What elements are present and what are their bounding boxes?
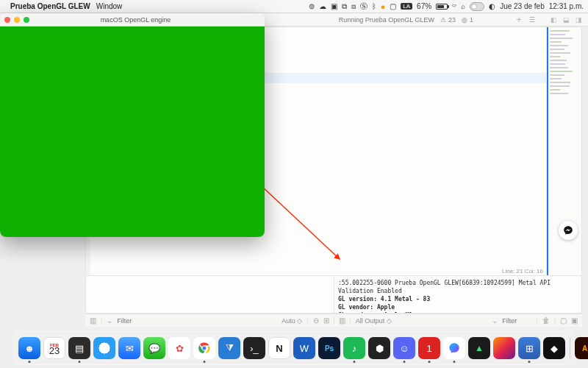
cloud-icon[interactable]: ☁︎: [319, 2, 326, 10]
filter-input-left[interactable]: [117, 317, 146, 325]
console-line: GL version: 4.1 Metal - 83: [338, 295, 577, 303]
dock-app-badge[interactable]: 1: [418, 337, 440, 359]
app-menu[interactable]: Prueba OpenGL GLEW: [10, 2, 90, 10]
battery-percent: 67%: [417, 2, 431, 10]
macos-menubar: Prueba OpenGL GLEW Window ⊚ ☁︎ ▣ ⧉ ⧈ Ⓢ ᛒ…: [0, 0, 588, 13]
screen-record-icon[interactable]: ⧉: [342, 2, 347, 11]
toggle-right-panel-icon[interactable]: ◨: [576, 16, 582, 24]
filter-icon[interactable]: ⌄: [107, 316, 112, 325]
dock-safari[interactable]: [93, 337, 115, 359]
input-source[interactable]: LA: [401, 3, 412, 10]
display-icon[interactable]: ▢: [390, 2, 396, 10]
dock-chrome[interactable]: [193, 337, 215, 359]
dock-discord[interactable]: ☺: [393, 337, 415, 359]
hide-debugger-icon[interactable]: ▢: [560, 316, 567, 325]
dock-word[interactable]: W: [293, 337, 315, 359]
dock-firefox[interactable]: [493, 337, 515, 359]
bluetooth-icon[interactable]: ᛒ: [372, 2, 376, 10]
window-menu[interactable]: Window: [96, 2, 123, 10]
warnings-count[interactable]: ⚠︎ 23: [440, 16, 456, 24]
output-mode-select[interactable]: All Output ◇: [356, 317, 392, 325]
dock-app-stats[interactable]: ▤: [68, 337, 90, 359]
opengl-canvas[interactable]: [0, 26, 265, 237]
control-center-icon[interactable]: [470, 2, 484, 11]
dock-terminal[interactable]: ›_: [243, 337, 265, 359]
expand-icon[interactable]: ⊞: [323, 316, 329, 325]
search-icon[interactable]: ⌕: [461, 2, 465, 10]
hide-console-icon[interactable]: ▣: [571, 316, 578, 325]
auto-mode-select[interactable]: Auto ◇: [282, 317, 302, 325]
dropbox-icon[interactable]: ⧈: [351, 2, 356, 11]
opengl-window[interactable]: macOS OpenGL engine: [0, 13, 265, 237]
dock-divider: [570, 338, 570, 358]
dock-android-studio[interactable]: ▲: [468, 337, 490, 359]
siri-icon[interactable]: ◐: [489, 2, 495, 10]
dock-photoshop[interactable]: Ps: [318, 337, 340, 359]
toggle-left-panel-icon[interactable]: ◧: [551, 16, 557, 24]
console-line: :55.002255-0600 Prueba OpenGL GLEW[66839…: [338, 279, 577, 295]
close-traffic-light[interactable]: [4, 17, 10, 23]
dock-calendar[interactable]: FEB23: [43, 337, 65, 359]
tray-icon[interactable]: ⊚: [309, 2, 315, 10]
messenger-icon: [563, 225, 573, 236]
add-tab-button[interactable]: ＋: [514, 13, 523, 26]
macos-dock: ☻ FEB23 ▤ ✉︎ 💬 ✿ ⧩ ›_ N W Ps ♪ ⬢ ☺ 1 ▲ ⊞…: [13, 331, 575, 365]
dock-photos[interactable]: ✿: [168, 337, 190, 359]
toggle-output-icon[interactable]: ▥: [339, 316, 345, 325]
skype-icon[interactable]: Ⓢ: [360, 1, 368, 12]
menubar-tray: ⊚ ☁︎ ▣ ⧉ ⧈ Ⓢ ᛒ ● ▢ LA 67% ⌔ ⌕ ◐ Jue 23 d…: [309, 1, 584, 12]
dock-xcode[interactable]: ⊞: [518, 337, 540, 359]
docker-icon[interactable]: ▣: [331, 2, 337, 10]
window-titlebar[interactable]: macOS OpenGL engine: [0, 13, 265, 26]
dock-notion[interactable]: N: [268, 337, 290, 359]
dock-vscode[interactable]: ⧩: [218, 337, 240, 359]
window-title: macOS OpenGL engine: [11, 16, 260, 24]
notes-count[interactable]: ◎ 1: [462, 16, 473, 24]
console-toolbar: ▥ | ⌄ Auto ◇ | ⊖ ⊞ ▥ | All Output ◇ ⌄ | …: [85, 314, 582, 327]
battery-icon[interactable]: [436, 4, 448, 10]
dock-finder[interactable]: ☻: [18, 337, 40, 359]
console-line: GL vendor: Apple: [338, 303, 577, 311]
dock-app-generic[interactable]: ◆: [543, 337, 565, 359]
filter-icon[interactable]: ⌄: [492, 316, 498, 325]
date-label[interactable]: Jue 23 de feb: [500, 2, 545, 10]
wifi-icon[interactable]: ⌔: [452, 2, 456, 10]
toggle-variables-icon[interactable]: ▥: [90, 316, 96, 325]
collapse-icon[interactable]: ⊖: [313, 316, 319, 325]
toggle-bottom-panel-icon[interactable]: ⬓: [563, 16, 570, 24]
output-console[interactable]: :55.002255-0600 Prueba OpenGL GLEW[66839…: [85, 275, 582, 314]
dock-messenger[interactable]: [443, 337, 465, 359]
clear-console-icon[interactable]: 🗑︎: [542, 316, 550, 325]
dock-messages[interactable]: 💬: [143, 337, 165, 359]
time-label[interactable]: 12:31 p.m.: [549, 2, 584, 10]
messenger-bubble[interactable]: [559, 221, 578, 240]
filter-input-right[interactable]: [502, 317, 531, 325]
run-status: Running Prueba OpenGL GLEW: [339, 16, 434, 24]
mic-indicator-icon[interactable]: ●: [381, 2, 386, 11]
dock-illustrator[interactable]: Ai: [575, 337, 588, 359]
dock-spotify[interactable]: ♪: [343, 337, 365, 359]
cursor-position: Line: 21 Col: 16: [502, 268, 543, 275]
dock-figma[interactable]: ⬢: [368, 337, 390, 359]
library-icon[interactable]: ☰: [529, 16, 534, 24]
dock-mail[interactable]: ✉︎: [118, 337, 140, 359]
